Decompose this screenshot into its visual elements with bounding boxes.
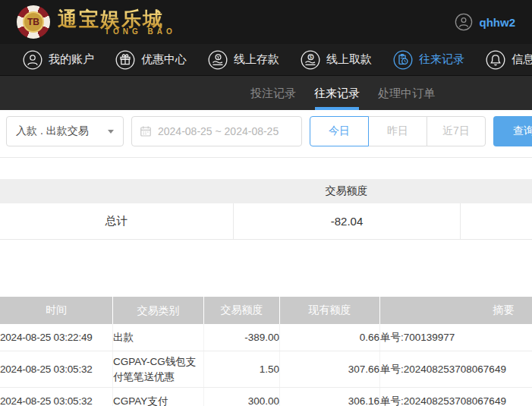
today-button[interactable]: 今日 — [310, 116, 369, 146]
section-divider — [0, 157, 532, 158]
brand-logo[interactable]: TB 通宝娱乐城 TONG BAO — [17, 5, 176, 39]
chip-label: TB — [23, 11, 44, 33]
records-table: 时间 交易类别 交易额度 现有额度 摘要 2024-08-25 03:22:49… — [0, 297, 532, 406]
nav-label: 我的账户 — [49, 52, 94, 67]
app-root: TB 通宝娱乐城 TONG BAO qhhw2 我的账户 — [0, 0, 532, 406]
calendar-icon — [140, 125, 152, 137]
nav-item-my-account[interactable]: 我的账户 — [23, 50, 94, 70]
date-range-value: 2024-08-25 ~ 2024-08-25 — [158, 125, 279, 137]
table-row: 2024-08-25 03:05:32 CGPAY-CG钱包支付笔笔送优惠 1.… — [0, 351, 532, 388]
summary-total-row: 总计 -82.04 — [0, 203, 532, 240]
cell-amount: 300.00 — [203, 388, 279, 406]
nav-label: 优惠中心 — [141, 52, 187, 67]
nav-item-messages[interactable]: 信息 — [486, 50, 532, 70]
last7days-button[interactable]: 近7日 — [427, 116, 486, 146]
deposit-coin-hand-icon — [208, 50, 228, 70]
cell-amount: 1.50 — [203, 351, 279, 387]
user-circle-icon — [23, 50, 42, 70]
nav-label: 线上取款 — [326, 52, 372, 67]
cell-memo: 单号:700139977 — [379, 324, 532, 351]
casino-chip-icon: TB — [17, 5, 50, 39]
nav-item-deposit[interactable]: 线上存款 — [208, 50, 279, 70]
gift-icon — [115, 50, 135, 70]
search-button[interactable]: 查询 — [493, 116, 532, 146]
brand-name-en: TONG BAO — [105, 27, 176, 36]
brand-name-cn: 通宝娱乐城 — [58, 8, 176, 30]
column-header-amount: 交易额度 — [203, 297, 279, 324]
tab-pending-orders[interactable]: 处理中订单 — [369, 76, 444, 110]
nav-label: 往来记录 — [419, 52, 464, 67]
quick-date-button-group: 今日 昨日 近7日 — [310, 116, 486, 146]
cell-memo: 单号:202408253708067649 — [379, 388, 532, 406]
transaction-type-value: 入款 . 出款交易 — [16, 124, 89, 138]
withdraw-coin-hand-icon: $ — [301, 50, 320, 70]
nav-item-promotions[interactable]: 优惠中心 — [115, 50, 187, 70]
user-account[interactable]: qhhw2 — [455, 13, 516, 31]
summary-header-row: 交易额度 — [0, 179, 532, 203]
cell-balance: 307.66 — [279, 351, 379, 387]
site-header: TB 通宝娱乐城 TONG BAO qhhw2 — [0, 0, 532, 44]
cell-type: CGPAY-CG钱包支付笔笔送优惠 — [112, 351, 203, 387]
cell-time: 2024-08-25 03:05:32 — [0, 351, 112, 387]
tab-transaction-records[interactable]: 往来记录 — [305, 76, 369, 110]
cell-time: 2024-08-25 03:22:49 — [0, 324, 112, 351]
column-header-type: 交易类别 — [112, 297, 203, 324]
cell-amount: -389.00 — [203, 324, 279, 351]
content-area: 入款 . 出款交易 2024-08-25 ~ 2024-08-25 今日 昨日 … — [0, 110, 532, 406]
summary-total-value: -82.04 — [233, 203, 460, 239]
filter-bar: 入款 . 出款交易 2024-08-25 ~ 2024-08-25 今日 昨日 … — [0, 110, 532, 146]
cell-type: CGPAY支付 — [112, 388, 203, 406]
table-row: 2024-08-25 03:05:32 CGPAY支付 300.00 306.1… — [0, 388, 532, 406]
cell-time: 2024-08-25 03:05:32 — [0, 388, 112, 406]
column-header-balance: 现有额度 — [279, 297, 379, 324]
main-navbar: 我的账户 优惠中心 线上存款 $ 线上取款 — [0, 44, 532, 76]
nav-item-withdraw[interactable]: $ 线上取款 — [301, 50, 372, 70]
username: qhhw2 — [480, 16, 516, 29]
svg-text:$: $ — [310, 55, 313, 59]
nav-label: 信息 — [512, 52, 532, 67]
column-header-memo: 摘要 — [379, 297, 532, 324]
records-header-row: 时间 交易类别 交易额度 现有额度 摘要 — [0, 297, 532, 324]
nav-item-records[interactable]: 往来记录 — [393, 50, 464, 70]
cell-type: 出款 — [112, 324, 203, 351]
column-header-time: 时间 — [0, 297, 112, 324]
summary-total-label: 总计 — [0, 214, 233, 228]
transaction-type-select[interactable]: 入款 . 出款交易 — [6, 116, 124, 146]
table-row: 2024-08-25 03:22:49 出款 -389.00 0.66 单号:7… — [0, 324, 532, 351]
records-clipboard-clock-icon — [393, 50, 413, 70]
yesterday-button[interactable]: 昨日 — [368, 116, 427, 146]
summary-empty-cell — [460, 203, 532, 239]
cell-balance: 306.16 — [279, 388, 379, 406]
nav-label: 线上存款 — [234, 52, 279, 67]
brand-text: 通宝娱乐城 TONG BAO — [58, 8, 176, 36]
cell-memo: 单号:202408253708067649 — [379, 351, 532, 387]
summary-table: 交易额度 总计 -82.04 — [0, 179, 532, 240]
user-avatar-icon — [455, 13, 473, 31]
summary-header-amount: 交易额度 — [233, 184, 460, 198]
bell-icon — [486, 50, 505, 70]
cell-balance: 0.66 — [279, 324, 379, 351]
chevron-down-icon — [108, 130, 114, 134]
date-range-input[interactable]: 2024-08-25 ~ 2024-08-25 — [131, 116, 302, 146]
record-subtabs: 投注记录 往来记录 处理中订单 — [0, 76, 532, 110]
tab-betting-records[interactable]: 投注记录 — [241, 76, 305, 110]
